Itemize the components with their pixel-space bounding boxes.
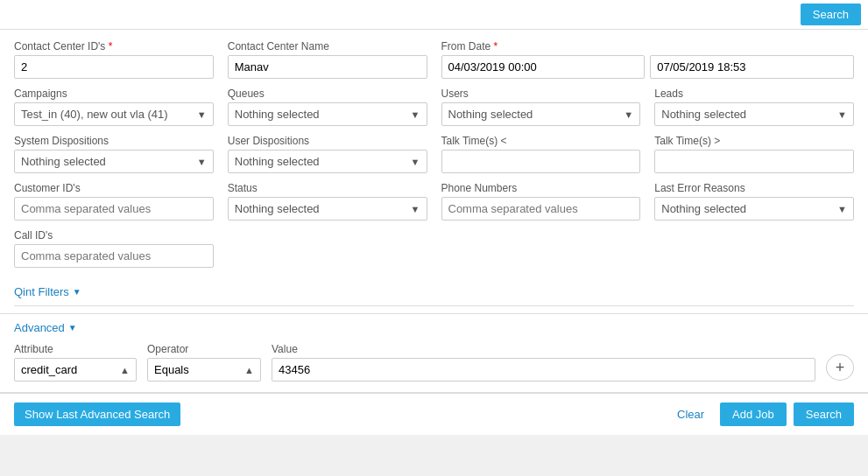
main-form: Contact Center ID's * 2 Contact Center N… [0, 30, 868, 314]
status-group: Status Nothing selected ▼ [228, 182, 427, 220]
from-date-input[interactable]: 04/03/2019 00:00 [441, 55, 646, 79]
qint-filters-caret-icon: ▼ [73, 287, 81, 297]
talk-time-lt-label: Talk Time(s) < [441, 135, 641, 147]
users-select-wrapper: Nothing selected ▼ [441, 102, 641, 126]
customer-ids-input[interactable] [14, 197, 214, 220]
main-form-divider [14, 305, 854, 306]
date-range: 04/03/2019 00:00 07/05/2019 18:53 [441, 55, 855, 79]
attribute-group: Attribute credit_card ▲ [14, 343, 137, 382]
top-bar: Search [0, 0, 868, 30]
advanced-caret-icon: ▼ [68, 323, 77, 332]
contact-center-id-group: Contact Center ID's * 2 [14, 40, 214, 79]
last-error-label: Last Error Reasons [654, 182, 854, 194]
user-dispositions-label: User Dispositions [228, 135, 427, 147]
contact-center-name-label: Contact Center Name [228, 40, 427, 52]
advanced-label: Advanced [14, 321, 65, 334]
value-input[interactable]: 43456 [272, 358, 815, 382]
call-ids-label: Call ID's [14, 229, 214, 242]
add-job-button[interactable]: Add Job [720, 402, 787, 426]
talk-time-gt-label: Talk Time(s) > [654, 135, 854, 147]
required-marker: * [105, 40, 112, 52]
add-advanced-row-button[interactable]: + [826, 354, 854, 381]
contact-center-name-input[interactable]: Manav [228, 55, 427, 79]
footer-bar: Show Last Advanced Search Clear Add Job … [0, 393, 868, 435]
bottom-search-button[interactable]: Search [794, 402, 854, 426]
value-label: Value [272, 343, 815, 355]
leads-group: Leads Nothing selected ▼ [654, 88, 854, 126]
to-date-input[interactable]: 07/05/2019 18:53 [650, 55, 854, 79]
advanced-toggle[interactable]: Advanced ▼ [14, 321, 77, 334]
operator-select-wrapper: Equals ▲ [147, 358, 261, 382]
qint-filters-label: Qint Filters [14, 285, 69, 298]
customer-ids-label: Customer ID's [14, 182, 214, 194]
call-ids-group: Call ID's [14, 229, 214, 268]
users-select[interactable]: Nothing selected [441, 102, 641, 126]
footer-left: Show Last Advanced Search [14, 402, 180, 426]
clear-button[interactable]: Clear [668, 402, 713, 426]
show-last-advanced-search-button[interactable]: Show Last Advanced Search [14, 402, 180, 426]
leads-select[interactable]: Nothing selected [654, 102, 854, 126]
phone-numbers-label: Phone Numbers [441, 182, 641, 194]
queues-group: Queues Nothing selected ▼ [228, 88, 427, 126]
talk-time-lt-input[interactable] [441, 150, 641, 173]
qint-filters-toggle[interactable]: Qint Filters ▼ [14, 285, 81, 298]
last-error-select-wrapper: Nothing selected ▼ [654, 197, 854, 220]
customer-ids-group: Customer ID's [14, 182, 214, 220]
contact-center-id-label: Contact Center ID's * [14, 40, 214, 52]
system-dispositions-group: System Dispositions Nothing selected ▼ [14, 135, 214, 173]
campaigns-group: Campaigns Test_in (40), new out vla (41)… [14, 88, 214, 126]
campaigns-select[interactable]: Test_in (40), new out vla (41) [14, 102, 214, 126]
status-label: Status [228, 182, 427, 194]
value-group: Value 43456 [272, 343, 815, 382]
status-select-wrapper: Nothing selected ▼ [228, 197, 427, 220]
footer-right: Clear Add Job Search [668, 402, 854, 426]
talk-time-lt-group: Talk Time(s) < [441, 135, 641, 173]
attribute-select[interactable]: credit_card [14, 358, 137, 382]
talk-time-gt-input[interactable] [654, 150, 854, 173]
system-dispositions-label: System Dispositions [14, 135, 214, 147]
user-dispositions-group: User Dispositions Nothing selected ▼ [228, 135, 427, 173]
advanced-section: Advanced ▼ Attribute credit_card ▲ Opera… [0, 314, 868, 393]
campaigns-label: Campaigns [14, 88, 214, 100]
system-dispositions-select[interactable]: Nothing selected [14, 150, 214, 173]
user-dispositions-select-wrapper: Nothing selected ▼ [228, 150, 427, 173]
campaigns-select-wrapper: Test_in (40), new out vla (41) ▼ [14, 102, 214, 126]
call-ids-input[interactable] [14, 244, 214, 268]
phone-numbers-group: Phone Numbers [441, 182, 641, 220]
queues-label: Queues [228, 88, 427, 100]
advanced-row: Attribute credit_card ▲ Operator Equals … [14, 343, 854, 382]
queues-select[interactable]: Nothing selected [228, 102, 427, 126]
phone-numbers-input[interactable] [441, 197, 641, 220]
form-grid: Contact Center ID's * 2 Contact Center N… [14, 40, 854, 268]
operator-select[interactable]: Equals [147, 358, 261, 382]
contact-center-id-input[interactable]: 2 [14, 55, 214, 79]
operator-group: Operator Equals ▲ [147, 343, 261, 382]
queues-select-wrapper: Nothing selected ▼ [228, 102, 427, 126]
top-search-button[interactable]: Search [801, 4, 861, 25]
from-date-label: From Date * [441, 40, 855, 52]
talk-time-gt-group: Talk Time(s) > [654, 135, 854, 173]
users-label: Users [441, 88, 641, 100]
last-error-select[interactable]: Nothing selected [654, 197, 854, 220]
status-select[interactable]: Nothing selected [228, 197, 427, 220]
required-marker-date: * [490, 40, 498, 52]
last-error-group: Last Error Reasons Nothing selected ▼ [654, 182, 854, 220]
operator-label: Operator [147, 343, 261, 355]
qint-filters-row: Qint Filters ▼ [14, 276, 854, 298]
system-dispositions-select-wrapper: Nothing selected ▼ [14, 150, 214, 173]
user-dispositions-select[interactable]: Nothing selected [228, 150, 427, 173]
users-group: Users Nothing selected ▼ [441, 88, 641, 126]
attribute-select-wrapper: credit_card ▲ [14, 358, 137, 382]
leads-select-wrapper: Nothing selected ▼ [654, 102, 854, 126]
attribute-label: Attribute [14, 343, 137, 355]
leads-label: Leads [654, 88, 854, 100]
from-date-group: From Date * 04/03/2019 00:00 07/05/2019 … [441, 40, 855, 79]
contact-center-name-group: Contact Center Name Manav [228, 40, 427, 79]
